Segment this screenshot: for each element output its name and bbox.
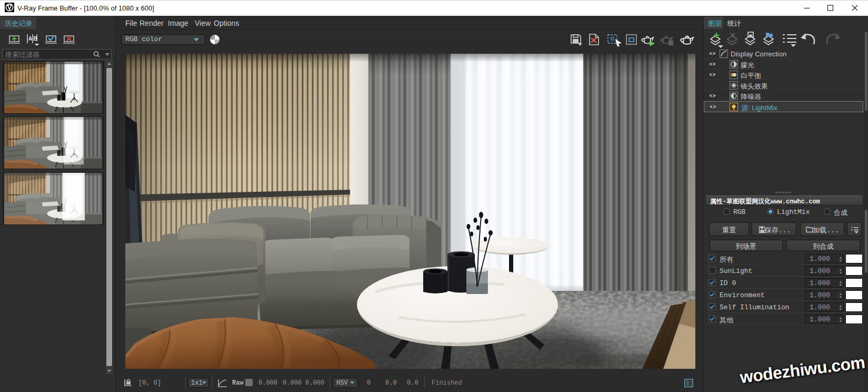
svg-text:A: A xyxy=(28,36,32,42)
svg-text:B: B xyxy=(34,36,37,42)
